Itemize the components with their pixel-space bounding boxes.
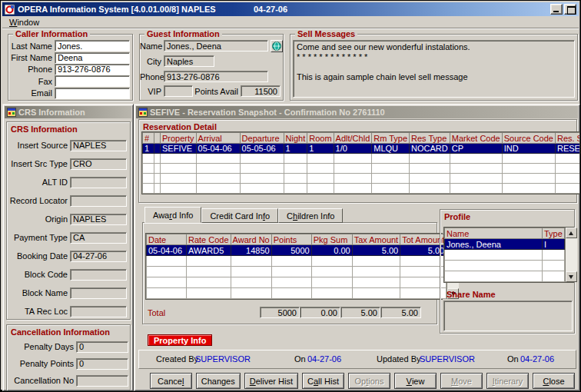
reservation-detail-group: Reservation Detail #PropertyArrivalDepar… [138,119,577,203]
view-button[interactable]: View [394,373,437,389]
first-name-label: First Name [10,53,55,62]
deliver-hist-button[interactable]: Deliver Hist [244,373,298,389]
guest-city-field[interactable]: Naples [164,55,214,67]
table-row[interactable] [143,184,581,194]
fax-field[interactable] [55,75,130,87]
penalty-days-field[interactable]: 0 [76,341,128,353]
cell [271,277,311,288]
move-button[interactable]: Move [440,373,483,389]
close-button[interactable]: Close [533,373,575,389]
minimize-icon[interactable] [550,4,563,15]
created-by-label: Created By [156,354,198,364]
table-row[interactable] [147,277,447,288]
cell: MLQU [372,144,410,154]
block-code-field[interactable] [70,269,127,281]
last-name-field[interactable]: Jones. [55,40,130,51]
cell [154,144,161,154]
crs-window-title: CRS Information [18,108,85,117]
table-row[interactable]: 1SEFIVE05-04-0605-05-06111/0MLQUNOCARDCP… [143,144,581,154]
guest-phone-field[interactable]: 913-276-0876 [164,71,268,82]
changes-button[interactable]: Changes [196,373,241,389]
cancellation-no-field[interactable] [76,375,128,387]
table-row[interactable] [147,288,447,299]
guest-name-field[interactable]: Jones., Deena [164,40,268,51]
table-row[interactable] [445,261,565,271]
crs-window-titlebar[interactable]: CRS Information [5,106,131,118]
table-row[interactable]: Jones., DeenaI [445,239,565,250]
name-column-header: Name [445,228,543,239]
sell-message-line: * * * * * * * * * * * * * [297,52,571,62]
cell [311,277,352,288]
cell [284,174,307,184]
cell [445,271,543,282]
booking-date-field[interactable]: 04-27-06 [70,251,127,262]
cell [372,174,410,184]
call-hist-button[interactable]: Call Hist [302,373,344,389]
cell [450,184,502,194]
cell [307,184,334,194]
menu-bar: Window [2,17,579,27]
share-name-field[interactable] [443,301,573,331]
scroll-up-button[interactable] [566,228,577,238]
cell: 5.00 [352,245,400,256]
created-on-label: On [294,354,306,364]
cell [334,184,372,194]
scrollbar-track[interactable] [566,238,577,271]
menu-item-window[interactable]: Window [8,18,41,27]
res-status-column-header: Res. Status [555,133,580,144]
block-name-field[interactable] [70,287,127,299]
payment-type-field[interactable]: CA [70,232,127,244]
titlebar-property: NAPLES [181,5,216,14]
options-button[interactable]: Options [348,373,390,389]
insert-src-type-field[interactable]: CRO [70,158,127,170]
snapshot-window-titlebar[interactable]: SEFIVE - Reservation Snapshot - Confirma… [136,106,578,118]
insert-source-field[interactable]: NAPLES [70,140,127,151]
window-titlebar[interactable]: OPERA Information System [4.0.01.00/8] N… [2,2,579,16]
penalty-points-field[interactable]: 0 [76,358,128,370]
origin-field[interactable]: NAPLES [70,214,127,225]
profile-table: NameTypeJones., DeenaI [444,228,565,282]
cell [352,267,400,277]
property-info-button[interactable]: Property Info [148,334,212,346]
cell: 05-05-06 [240,144,284,154]
table-row[interactable] [147,267,447,277]
table-row[interactable] [143,154,581,164]
email-field[interactable] [55,88,130,99]
total-label: Total [148,308,165,317]
table-row[interactable] [143,174,581,184]
guest-vip-field[interactable] [164,85,193,97]
table-row[interactable] [445,250,565,261]
globe-button[interactable] [271,40,283,52]
points-avail-field[interactable]: 11500 [241,85,281,97]
crs-fields: Insert SourceNAPLESInsert Src TypeCROALT… [8,136,128,321]
vertical-scrollbar[interactable] [565,228,577,282]
award-info-panel: DateRate CodeAward NoPointsPkg SumTax Am… [142,222,437,324]
type-column-header: Type [543,228,565,239]
tab-credit-card-info[interactable]: Credit Card Info [201,208,278,223]
tab-children-info[interactable]: Children Info [278,208,343,223]
alt-id-field[interactable] [70,177,127,188]
table-row[interactable]: 05-04-06AWARD51485050000.005.005.00 [147,245,447,256]
table-row[interactable] [445,271,565,282]
reservation-detail-title: Reservation Detail [143,122,217,131]
maximize-icon[interactable] [564,4,576,15]
first-name-field[interactable]: Deena [55,52,130,64]
cell [196,174,240,184]
itinerary-button[interactable]: Itinerary [486,373,529,389]
scroll-down-button[interactable] [566,271,577,282]
phone-field[interactable]: 913-276-0876 [55,64,130,75]
record-locator-field[interactable] [70,195,127,207]
cell [196,164,240,174]
cell [334,174,372,184]
table-row[interactable] [143,164,581,174]
ta-rec-loc-field[interactable] [70,306,127,317]
sell-messages-box: Come and see our new wonderful instalati… [293,40,575,98]
cell: 1 [307,144,334,154]
date-column-header: Date [147,234,187,245]
tab-award-info[interactable]: Award Info [144,207,201,223]
cancel-button[interactable]: Cancel [150,373,192,389]
total-points-field: 5000 [260,307,300,318]
cell: 14850 [231,245,271,256]
market-code-column-header: Market Code [450,133,502,144]
table-row[interactable] [147,256,447,267]
